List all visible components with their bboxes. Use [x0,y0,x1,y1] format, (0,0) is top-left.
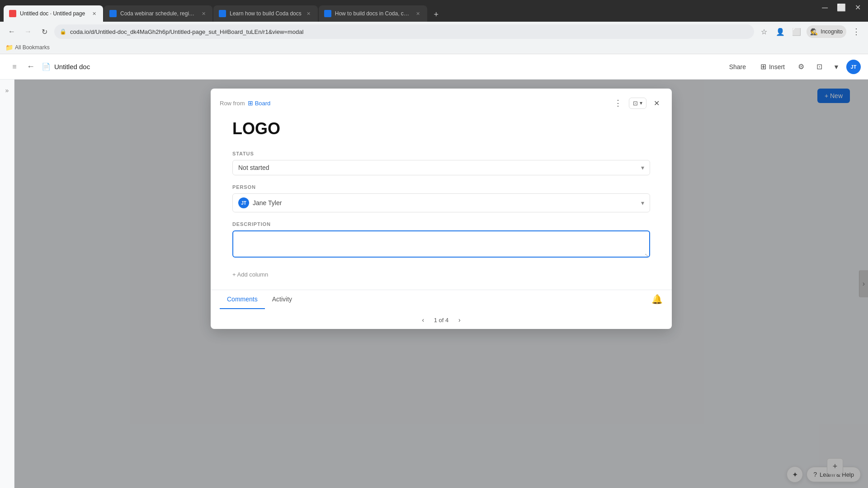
close-button[interactable]: ✕ [855,4,861,11]
tab-3[interactable]: Learn how to build Coda docs ✕ [213,5,318,22]
person-avatar: JT [238,197,249,208]
view-icon: ⊡ [633,100,638,107]
board-icon: ⊞ [248,99,253,107]
person-chevron-icon: ▾ [641,199,644,206]
user-avatar[interactable]: JT [846,60,861,74]
sidebar-chevron[interactable]: » [2,85,13,96]
insert-label: Insert [769,63,785,70]
forward-button[interactable]: → [22,25,34,38]
menu-button[interactable]: ⋮ [850,25,863,38]
person-label: PERSON [232,184,650,190]
address-bar-row: ← → ↻ 🔒 coda.io/d/Untitled-doc_dk4MaGh2h… [0,22,868,42]
window-controls: ─ ⬜ ✕ [822,4,861,12]
comments-tab-label: Comments [227,296,258,303]
address-bar[interactable]: 🔒 coda.io/d/Untitled-doc_dk4MaGh2h6p/Unt… [54,24,754,39]
more-button[interactable]: ▼ [830,61,843,73]
view-chevron: ▾ [640,100,642,106]
prev-page-button[interactable]: ‹ [418,314,429,325]
insert-icon: ⊞ [760,62,766,71]
bookmarks-bar: 📁 All Bookmarks [0,42,868,54]
pagination: ‹ 1 of 4 › [220,309,663,329]
page-content: + New › + Row from ⊞ [14,80,868,488]
tab-1-close[interactable]: ✕ [90,10,98,17]
person-field-group: PERSON JT Jane Tyler ▾ [232,184,650,212]
modal-header: Row from ⊞ Board ⋮ ⊡ ▾ [211,89,672,116]
modal-tabs: Comments Activity 🔔 [220,290,663,309]
bookmark-button[interactable]: ☆ [758,25,770,38]
sidebar-strip: » [0,80,14,488]
incognito-label: Incognito [821,28,843,35]
person-initials: JT [241,201,246,206]
tab-3-favicon [219,10,226,17]
modal-view-toggle[interactable]: ⊡ ▾ [629,98,646,109]
status-value: Not started [238,164,641,171]
app-area: ≡ ← 📄 Untitled doc Share ⊞ Insert ⚙ ⊡ ▼ … [0,54,868,488]
tab-comments[interactable]: Comments [220,290,265,309]
page-info: 1 of 4 [434,317,449,324]
bookmarks-folder-icon: 📁 [5,44,13,51]
description-field-group: DESCRIPTION ⤡ [232,221,650,259]
settings-button[interactable]: ⚙ [794,60,808,74]
minimize-button[interactable]: ─ [822,4,828,12]
insert-button[interactable]: ⊞ Insert [755,60,790,74]
main-content: » + New › + Row fr [0,80,868,488]
share-button[interactable]: Share [724,61,751,73]
status-dropdown[interactable]: Not started ▾ [232,160,650,175]
tab-2-close[interactable]: ✕ [200,10,207,17]
bookmarks-label[interactable]: All Bookmarks [15,44,50,51]
url-text: coda.io/d/Untitled-doc_dk4MaGh2h6p/Untit… [70,28,749,35]
description-label: DESCRIPTION [232,221,650,227]
tab-4-favicon [324,10,331,17]
modal-overlay: Row from ⊞ Board ⋮ ⊡ ▾ [14,80,868,488]
status-chevron-icon: ▾ [641,164,644,171]
tab-2[interactable]: Coda webinar schedule, regist... ✕ [104,5,212,22]
modal-more-button[interactable]: ⋮ [611,96,625,110]
back-button[interactable]: ← [5,25,18,38]
tab-3-title: Learn how to build Coda docs [230,10,302,17]
layout-button[interactable]: ⊡ [812,60,826,74]
tab-activity[interactable]: Activity [265,290,299,309]
modal-title: LOGO [232,119,650,138]
extensions-button[interactable]: ⬜ [790,25,803,38]
tab-2-favicon [109,10,117,17]
person-dropdown[interactable]: JT Jane Tyler ▾ [232,193,650,212]
incognito-indicator: 🕵️ Incognito [807,25,846,38]
row-from-label: Row from [220,100,245,107]
modal-close-button[interactable]: ✕ [650,97,663,109]
sidebar-toggle[interactable]: ≡ [7,60,22,74]
app-header: ≡ ← 📄 Untitled doc Share ⊞ Insert ⚙ ⊡ ▼ … [0,54,868,80]
tab-1-favicon [9,10,16,17]
resize-handle-icon: ⤡ [645,253,648,258]
status-field-group: STATUS Not started ▾ [232,151,650,175]
share-label: Share [729,63,746,70]
tab-1[interactable]: Untitled doc · Untitled page ✕ [4,5,103,22]
tab-4[interactable]: How to build docs in Coda, cre... ✕ [319,5,427,22]
modal-footer: Comments Activity 🔔 ‹ 1 of 4 [211,290,672,329]
board-link[interactable]: ⊞ Board [248,99,271,107]
person-value: Jane Tyler [253,199,641,206]
add-column-label: + Add column [232,271,268,278]
tab-3-close[interactable]: ✕ [305,10,312,17]
profile-button[interactable]: 👤 [774,25,787,38]
new-tab-button[interactable]: + [430,8,443,21]
incognito-icon: 🕵️ [810,28,818,35]
lock-icon: 🔒 [60,28,66,35]
tab-bar: Untitled doc · Untitled page ✕ Coda webi… [0,0,868,22]
row-from-info: Row from ⊞ Board [220,99,270,107]
modal-header-actions: ⋮ ⊡ ▾ ✕ [611,96,663,110]
back-to-doc-button[interactable]: ← [24,60,38,74]
status-label: STATUS [232,151,650,156]
board-label: Board [255,100,271,107]
add-column-button[interactable]: + Add column [232,268,650,281]
tab-4-close[interactable]: ✕ [415,10,422,17]
notification-bell-button[interactable]: 🔔 [651,294,663,305]
description-wrapper: ⤡ [232,230,650,259]
browser-chrome: Untitled doc · Untitled page ✕ Coda webi… [0,0,868,54]
modal-body: LOGO STATUS Not started ▾ PERSON [211,116,672,290]
maximize-button[interactable]: ⬜ [837,4,846,11]
header-actions: Share ⊞ Insert ⚙ ⊡ ▼ JT [724,60,861,74]
reload-button[interactable]: ↻ [38,25,51,38]
next-page-button[interactable]: › [454,314,465,325]
doc-icon: 📄 [40,61,52,73]
description-input[interactable] [232,230,650,258]
